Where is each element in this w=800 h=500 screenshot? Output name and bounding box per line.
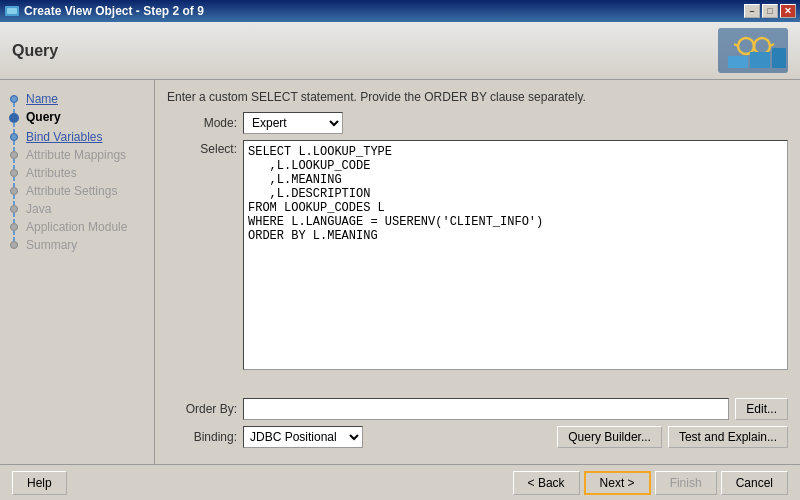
select-label: Select: — [167, 140, 237, 156]
select-area: Select: — [167, 140, 788, 392]
order-by-row: Order By: Edit... — [167, 398, 788, 420]
svg-rect-1 — [7, 8, 17, 14]
sidebar-item-summary: Summary — [0, 236, 154, 254]
back-button[interactable]: < Back — [513, 471, 580, 495]
sidebar-item-application-module: Application Module — [0, 218, 154, 236]
main-window: Query — [0, 22, 800, 500]
sql-textarea[interactable] — [243, 140, 788, 370]
sidebar-item-query[interactable]: Query — [0, 108, 154, 128]
next-button[interactable]: Next > — [584, 471, 651, 495]
order-by-input[interactable] — [243, 398, 729, 420]
cancel-button[interactable]: Cancel — [721, 471, 788, 495]
bottom-bar: Help < Back Next > Finish Cancel — [0, 464, 800, 500]
sidebar-item-name[interactable]: Name — [0, 90, 154, 108]
sidebar-item-attribute-settings: Attribute Settings — [0, 182, 154, 200]
edit-button[interactable]: Edit... — [735, 398, 788, 420]
title-bar: Create View Object - Step 2 of 9 – □ ✕ — [0, 0, 800, 22]
instruction-text: Enter a custom SELECT statement. Provide… — [167, 90, 788, 104]
header: Query — [0, 22, 800, 80]
sidebar-item-attribute-mappings: Attribute Mappings — [0, 146, 154, 164]
title-bar-text: Create View Object - Step 2 of 9 — [24, 4, 204, 18]
sidebar-item-bind-variables[interactable]: Bind Variables — [0, 128, 154, 146]
svg-rect-10 — [772, 48, 786, 68]
page-title: Query — [12, 42, 58, 60]
maximize-button[interactable]: □ — [762, 4, 778, 18]
sidebar: Name Query — [0, 80, 155, 464]
sidebar-item-attributes: Attributes — [0, 164, 154, 182]
svg-rect-8 — [728, 56, 748, 68]
query-builder-button[interactable]: Query Builder... — [557, 426, 662, 448]
sidebar-item-java: Java — [0, 200, 154, 218]
mode-label: Mode: — [167, 116, 237, 130]
mode-dropdown[interactable]: Expert Simple — [243, 112, 343, 134]
test-explain-button[interactable]: Test and Explain... — [668, 426, 788, 448]
minimize-button[interactable]: – — [744, 4, 760, 18]
binding-label: Binding: — [167, 430, 237, 444]
close-button[interactable]: ✕ — [780, 4, 796, 18]
order-by-label: Order By: — [167, 402, 237, 416]
svg-rect-9 — [750, 52, 770, 68]
mode-row: Mode: Expert Simple — [167, 112, 788, 134]
binding-dropdown[interactable]: JDBC Positional JDBC Named Oracle Named — [243, 426, 363, 448]
content-area: Name Query — [0, 80, 800, 464]
header-icon-area — [718, 28, 788, 73]
wizard-icon — [718, 28, 788, 73]
help-button[interactable]: Help — [12, 471, 67, 495]
binding-row: Binding: JDBC Positional JDBC Named Orac… — [167, 426, 788, 448]
finish-button: Finish — [655, 471, 717, 495]
app-icon — [4, 3, 20, 19]
main-panel: Enter a custom SELECT statement. Provide… — [155, 80, 800, 464]
